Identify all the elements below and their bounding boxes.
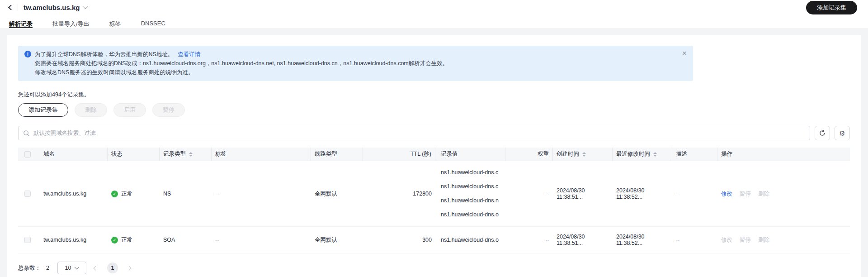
current-page[interactable]: 1 — [107, 263, 118, 273]
modify-link[interactable]: 修改 — [721, 190, 732, 198]
delete-link: 删除 — [758, 236, 769, 244]
tab-resolution-records[interactable]: 解析记录 — [9, 20, 33, 28]
total-count: 2 — [46, 265, 49, 271]
col-status: 状态 — [108, 148, 160, 161]
row-description: -- — [672, 227, 717, 253]
row-record-values: ns1.huaweicloud-dns.c ns1.huaweicloud-dn… — [435, 161, 499, 226]
row-modified: 2024/08/30 11:38:52... — [613, 164, 672, 224]
close-icon[interactable]: × — [682, 49, 687, 58]
check-icon: ✓ — [111, 237, 118, 244]
tab-dnssec[interactable]: DNSSEC — [141, 20, 165, 28]
col-tags: 标签 — [212, 148, 311, 161]
row-line-type: 全网默认 — [311, 227, 363, 253]
row-domain: tw.amclubs.us.kg — [40, 227, 108, 253]
banner-line1: 为了提升全球DNS解析体验，华为云推出新的NS地址。 — [35, 51, 173, 57]
row-description: -- — [672, 164, 717, 224]
quota-text: 您还可以添加494个记录集。 — [18, 91, 850, 99]
row-record-type: NS — [160, 164, 212, 224]
modify-link: 修改 — [721, 236, 732, 244]
tab-tags[interactable]: 标签 — [109, 20, 121, 28]
row-tags: -- — [212, 227, 311, 253]
status-badge: ✓ 正常 — [111, 236, 132, 244]
row-checkbox[interactable] — [24, 191, 31, 197]
row-created: 2024/08/30 11:38:51... — [553, 227, 613, 253]
info-icon: i — [24, 51, 31, 57]
check-icon: ✓ — [111, 191, 118, 197]
col-weight: 权重 — [505, 148, 553, 161]
col-domain: 域名 — [40, 148, 108, 161]
search-input[interactable] — [33, 130, 805, 136]
sort-icon[interactable] — [189, 152, 193, 157]
title-dropdown-icon[interactable] — [83, 4, 88, 9]
col-value: 记录值 — [435, 148, 505, 161]
tab-bar: 解析记录 批量导入/导出 标签 DNSSEC — [9, 14, 859, 28]
row-record-values: ns1.huaweicloud-dns.o — [435, 227, 505, 253]
search-icon — [23, 130, 30, 137]
row-created: 2024/08/30 11:38:51... — [553, 164, 613, 224]
col-modified: 最近修改时间 — [613, 148, 672, 161]
tab-batch-import-export[interactable]: 批量导入/导出 — [52, 20, 90, 28]
prev-page-button[interactable] — [91, 263, 101, 273]
gear-icon: ⚙ — [839, 130, 845, 137]
add-recordset-button[interactable]: 添加记录集 — [18, 103, 68, 117]
delete-link: 删除 — [758, 190, 769, 198]
row-tags: -- — [212, 164, 311, 224]
banner-line2: 您需要在域名服务商处把域名的DNS改成：ns1.huaweicloud-dns.… — [35, 59, 448, 68]
enable-button: 启用 — [113, 103, 146, 117]
add-recordset-top-button[interactable]: 添加记录集 — [806, 1, 857, 14]
col-description: 描述 — [672, 148, 717, 161]
sort-icon[interactable] — [653, 152, 657, 157]
recordset-table: 域名 状态 记录类型 标签 线路类型 TTL (秒) 记录值 权重 创建时间 最… — [18, 148, 850, 253]
page-size-select[interactable]: 10 — [57, 262, 86, 274]
delete-button: 删除 — [75, 103, 107, 117]
page-title: tw.amclubs.us.kg — [24, 4, 80, 11]
banner-line3: 修改域名DNS服务器的生效时间请以域名服务商处的说明为准。 — [35, 68, 448, 77]
col-ttl: TTL (秒) — [363, 148, 435, 161]
col-line-type: 线路类型 — [311, 148, 363, 161]
row-line-type: 全网默认 — [311, 164, 363, 224]
pause-link: 暂停 — [740, 190, 751, 198]
table-row-ns: tw.amclubs.us.kg ✓ 正常 NS -- 全网默认 172800 … — [18, 161, 850, 227]
view-details-link[interactable]: 查看详情 — [178, 51, 200, 57]
row-checkbox[interactable] — [24, 237, 31, 243]
table-footer: 总条数：2 10 1 — [18, 262, 850, 274]
refresh-icon — [819, 129, 826, 137]
col-created: 创建时间 — [553, 148, 613, 161]
page-header: tw.amclubs.us.kg 添加记录集 解析记录 批量导入/导出 标签 D… — [0, 0, 868, 28]
search-box[interactable] — [18, 126, 810, 140]
refresh-button[interactable] — [815, 126, 830, 140]
ns-notice-banner: i 为了提升全球DNS解析体验，华为云推出新的NS地址。查看详情 您需要在域名服… — [18, 46, 693, 81]
toolbar: 添加记录集 删除 启用 暂停 — [18, 103, 850, 117]
table-header-row: 域名 状态 记录类型 标签 线路类型 TTL (秒) 记录值 权重 创建时间 最… — [18, 148, 850, 161]
row-ttl: 300 — [363, 227, 435, 253]
row-modified: 2024/08/30 11:38:52... — [613, 227, 672, 253]
col-operation: 操作 — [717, 148, 850, 161]
back-icon[interactable] — [8, 5, 14, 10]
row-weight: -- — [505, 164, 553, 224]
pause-button: 暂停 — [152, 103, 185, 117]
pause-link: 暂停 — [740, 236, 751, 244]
chevron-down-icon — [75, 265, 79, 269]
divider — [18, 4, 18, 11]
content-card: i 为了提升全球DNS解析体验，华为云推出新的NS地址。查看详情 您需要在域名服… — [7, 35, 861, 277]
select-all-checkbox[interactable] — [24, 151, 31, 158]
total-label: 总条数： — [18, 264, 41, 272]
table-row-soa: tw.amclubs.us.kg ✓ 正常 SOA -- 全网默认 300 ns… — [18, 227, 850, 253]
status-badge: ✓ 正常 — [111, 190, 132, 198]
col-record-type: 记录类型 — [160, 148, 212, 161]
row-record-type: SOA — [160, 227, 212, 253]
row-ttl: 172800 — [363, 164, 435, 224]
row-domain: tw.amclubs.us.kg — [40, 164, 108, 224]
row-weight: -- — [505, 227, 553, 253]
next-page-button[interactable] — [124, 263, 134, 273]
column-settings-button[interactable]: ⚙ — [835, 126, 850, 140]
sort-icon[interactable] — [582, 152, 586, 157]
